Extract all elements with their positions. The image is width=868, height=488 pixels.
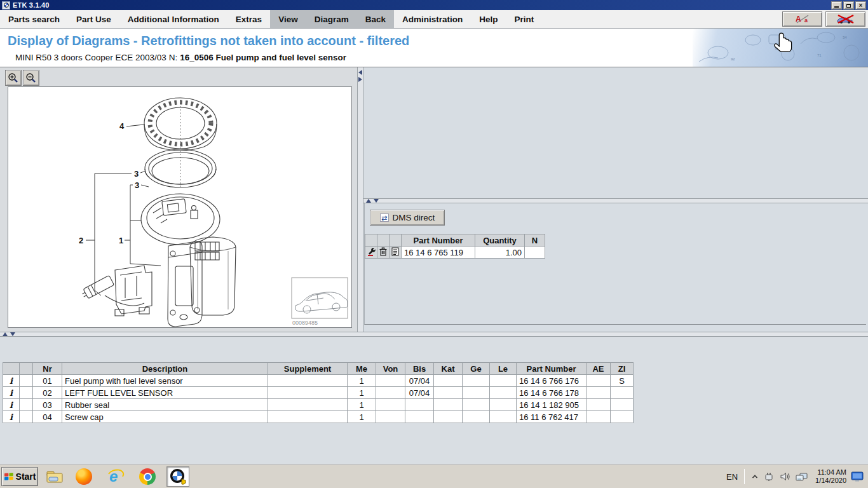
clock[interactable]: 11:04 AM 1/14/2020 bbox=[815, 468, 846, 485]
zoom-out-icon bbox=[25, 72, 37, 84]
dms-row[interactable]: 16 14 6 765 119 1.00 bbox=[365, 247, 545, 259]
parts-row-04[interactable]: i 04 Screw cap 1 16 11 6 762 417 bbox=[3, 411, 634, 423]
wrench-icon bbox=[367, 247, 376, 256]
vertical-splitter[interactable] bbox=[357, 67, 363, 332]
callout-2[interactable]: 2 bbox=[79, 236, 83, 245]
dms-direct-button[interactable]: ⇄ DMS direct bbox=[370, 210, 445, 226]
chrome-icon bbox=[139, 468, 156, 485]
col-supplement: Supplement bbox=[268, 363, 348, 375]
col-description: Description bbox=[62, 363, 268, 375]
show-desktop-button[interactable] bbox=[850, 470, 865, 483]
font-size-toggle-button[interactable]: A a bbox=[782, 11, 822, 27]
col-nr: Nr bbox=[33, 363, 62, 375]
fuel-pump-diagram: 4 3 3 2 1 00089485 bbox=[8, 87, 351, 327]
dms-area: ⇄ DMS direct Part Number Quantity N bbox=[364, 203, 866, 325]
parts-row-01[interactable]: i 01 Fuel pump with fuel level sensor 1 … bbox=[3, 375, 634, 387]
dms-quantity[interactable]: 1.00 bbox=[475, 247, 525, 259]
zoom-out-button[interactable] bbox=[23, 70, 39, 86]
windows-logo-icon bbox=[4, 472, 14, 481]
menu-additional-information[interactable]: Additional Information bbox=[119, 10, 227, 28]
col-ge: Ge bbox=[463, 363, 490, 375]
menu-highlight-group: View Diagram Back bbox=[270, 10, 394, 28]
svg-text:34: 34 bbox=[843, 36, 847, 39]
window-title: ETK 3.1.40 bbox=[13, 1, 50, 9]
dms-direct-label: DMS direct bbox=[393, 213, 435, 222]
transfer-icon: ⇄ bbox=[380, 214, 389, 222]
network-icon[interactable] bbox=[796, 471, 808, 482]
main-horizontal-splitter[interactable] bbox=[0, 332, 868, 337]
menu-extras[interactable]: Extras bbox=[227, 10, 270, 28]
svg-text:92: 92 bbox=[731, 57, 735, 61]
collapse-right-icon[interactable] bbox=[358, 77, 362, 82]
dms-n bbox=[525, 247, 545, 259]
collapse-down-icon[interactable] bbox=[374, 199, 379, 203]
chrome-launcher[interactable] bbox=[136, 466, 159, 487]
menu-administration[interactable]: Administration bbox=[394, 10, 471, 28]
vehicle-thumbnail: 00089485 bbox=[292, 278, 348, 326]
right-horizontal-splitter[interactable] bbox=[363, 198, 868, 203]
collapse-down-icon[interactable] bbox=[10, 332, 15, 336]
page-header: 92647134 Display of Diagrams - Retrofitt… bbox=[0, 29, 868, 67]
crossed-cars-icon bbox=[836, 14, 855, 24]
diagram-panel: 4 3 3 2 1 00089485 bbox=[0, 67, 357, 332]
col-von: Von bbox=[376, 363, 405, 375]
close-button[interactable]: × bbox=[855, 1, 866, 10]
file-explorer-launcher[interactable] bbox=[43, 466, 66, 487]
minimize-button[interactable] bbox=[831, 1, 842, 10]
font-size-icon: A a bbox=[794, 14, 811, 24]
zoom-in-icon bbox=[8, 72, 19, 84]
col-part-number: Part Number bbox=[517, 363, 587, 375]
tray-date: 1/14/2020 bbox=[815, 477, 846, 484]
etk-taskbar-button[interactable] bbox=[166, 466, 189, 487]
start-button[interactable]: Start bbox=[1, 467, 38, 486]
collapse-up-icon[interactable] bbox=[366, 199, 371, 203]
firefox-launcher[interactable] bbox=[72, 466, 95, 487]
internet-explorer-launcher[interactable]: e bbox=[104, 466, 127, 487]
info-icon[interactable]: i bbox=[3, 387, 20, 399]
svg-text:71: 71 bbox=[817, 53, 822, 57]
titlebar: ETK 3.1.40 × bbox=[0, 0, 868, 10]
volume-icon[interactable] bbox=[780, 471, 790, 482]
diagram-ref-label: 16_0506 Fuel pump and fuel level sensor bbox=[180, 53, 346, 62]
diagram-canvas[interactable]: 4 3 3 2 1 00089485 bbox=[8, 86, 352, 328]
hide-icons-chevron[interactable] bbox=[751, 473, 759, 480]
collapse-up-icon[interactable] bbox=[3, 332, 8, 336]
tray-time: 11:04 AM bbox=[817, 468, 846, 476]
collapse-left-icon[interactable] bbox=[358, 70, 362, 75]
folder-icon bbox=[46, 469, 64, 484]
menu-diagram[interactable]: Diagram bbox=[306, 10, 357, 28]
bmw-etk-icon bbox=[169, 468, 187, 485]
safely-remove-hardware-icon[interactable] bbox=[764, 471, 775, 482]
info-icon[interactable]: i bbox=[3, 399, 20, 411]
firefox-icon bbox=[76, 468, 92, 485]
info-icon[interactable]: i bbox=[3, 375, 20, 387]
menu-parts-search[interactable]: Parts search bbox=[0, 10, 68, 28]
menu-bar: Parts search Part Use Additional Informa… bbox=[0, 10, 868, 29]
language-indicator[interactable]: EN bbox=[720, 472, 744, 482]
parts-row-02[interactable]: i 02 LEFT FUEL LEVEL SENSOR 1 07/04 16 1… bbox=[3, 387, 634, 399]
internet-explorer-icon: e bbox=[107, 468, 125, 485]
callout-3b[interactable]: 3 bbox=[135, 180, 139, 190]
col-bis: Bis bbox=[405, 363, 434, 375]
menu-help[interactable]: Help bbox=[471, 10, 506, 28]
dms-col-n: N bbox=[525, 234, 545, 247]
menu-part-use[interactable]: Part Use bbox=[68, 10, 119, 28]
hide-vehicles-toggle-button[interactable] bbox=[825, 11, 865, 27]
menu-back[interactable]: Back bbox=[357, 10, 394, 28]
callout-3a[interactable]: 3 bbox=[134, 169, 139, 179]
menu-print[interactable]: Print bbox=[506, 10, 543, 28]
restore-button[interactable] bbox=[843, 1, 854, 10]
dms-part-number: 16 14 6 765 119 bbox=[402, 247, 475, 259]
svg-text:a: a bbox=[804, 17, 808, 24]
dms-header-row: Part Number Quantity N bbox=[365, 234, 545, 247]
info-icon[interactable]: i bbox=[3, 411, 20, 423]
zoom-in-button[interactable] bbox=[5, 70, 22, 86]
parts-row-03[interactable]: i 03 Rubber seal 1 16 14 1 182 905 bbox=[3, 399, 634, 411]
parts-list-section: To Parts List US_Direct_MINI ✓ Add « MG … bbox=[0, 337, 868, 464]
menu-view[interactable]: View bbox=[270, 10, 306, 28]
col-le: Le bbox=[490, 363, 517, 375]
callout-4[interactable]: 4 bbox=[119, 121, 125, 131]
callout-1[interactable]: 1 bbox=[119, 236, 123, 245]
dms-col-quantity: Quantity bbox=[475, 234, 525, 247]
dms-col-part-number: Part Number bbox=[402, 234, 475, 247]
